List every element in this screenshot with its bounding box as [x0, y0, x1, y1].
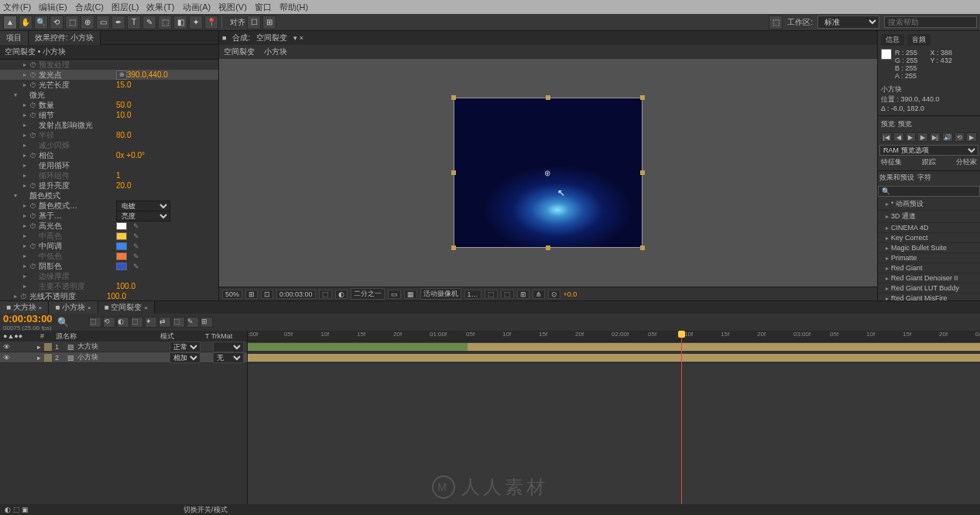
preview-sub3[interactable]: 分轻家 — [956, 157, 977, 167]
transform-handle[interactable] — [451, 95, 456, 100]
stopwatch-icon[interactable]: ⏱ — [29, 263, 39, 270]
effect-prop-row[interactable]: ▸边缘厚度 — [0, 271, 218, 281]
prop-value[interactable]: 100.0 — [116, 282, 135, 290]
menu-edit[interactable]: 编辑(E) — [39, 2, 67, 13]
effect-prop-row[interactable]: ▸减少闪烁 — [0, 140, 218, 150]
timeline-timecode[interactable]: 0:00:03:00 — [3, 313, 53, 324]
ram-preview-btn[interactable]: ▶ — [966, 132, 977, 142]
layer-name[interactable]: 小方块 — [77, 352, 166, 362]
resolution-select[interactable]: 二分之一 — [351, 288, 385, 300]
roto-tool[interactable]: ✦ — [189, 15, 203, 29]
selection-tool[interactable]: ▲ — [3, 15, 17, 29]
effect-prop-row[interactable]: ▸中低色✎ — [0, 251, 218, 261]
effect-prop-row[interactable]: ▸⏱半径80.0 — [0, 130, 218, 140]
effect-category[interactable]: 3D 通道 — [878, 211, 980, 223]
toggle-switches[interactable]: 切换开关/模式 — [183, 505, 228, 515]
menu-layer[interactable]: 图层(L) — [111, 2, 139, 13]
transform-handle[interactable] — [546, 245, 550, 250]
effect-prop-row[interactable]: ▸⏱光芒长度15.0 — [0, 80, 218, 90]
playhead[interactable] — [681, 331, 682, 515]
zoom-select[interactable]: 50% — [222, 290, 242, 299]
eyedropper-icon[interactable]: ✎ — [133, 263, 142, 270]
preview-sub1[interactable]: 特征集 — [881, 157, 902, 167]
blend-mode-select[interactable]: 相加 — [170, 352, 200, 363]
last-frame-btn[interactable]: ▶| — [930, 132, 941, 142]
expand-icon[interactable]: ▸ — [37, 343, 41, 351]
brainstorm-btn[interactable]: ⬚ — [501, 290, 514, 299]
effect-category[interactable]: CINEMA 4D — [878, 223, 980, 233]
pen-tool[interactable]: ✒ — [111, 15, 125, 29]
timeline-tab[interactable]: ■ 大方块 × — [0, 301, 49, 314]
effect-category[interactable]: Magic Bullet Suite — [878, 243, 980, 253]
viewer-guides-btn[interactable]: ⊡ — [261, 290, 273, 299]
timeline-tracks[interactable]: :00f05f10f15f20f01:00f05f10f15f20f02:00f… — [248, 331, 980, 515]
clone-tool[interactable]: ⬚ — [158, 15, 172, 29]
effect-prop-row[interactable]: ▸⏱光线不透明度100.0 — [0, 291, 218, 300]
effect-category[interactable]: Key Correct — [878, 233, 980, 243]
fast-preview-btn[interactable]: ⬚ — [485, 290, 498, 299]
timeline-tab[interactable]: ■ 小方块 × — [49, 301, 98, 314]
tl-btn-4[interactable]: ⬚ — [131, 317, 143, 328]
prop-value[interactable]: 0x +0.0° — [116, 151, 145, 160]
effects-presets-tab[interactable]: 效果和预设 — [879, 173, 914, 183]
comp-subtab-1[interactable]: 空间裂变 — [224, 46, 255, 57]
timeline-tab[interactable]: ■ 空间裂变 × — [98, 301, 155, 314]
menu-view[interactable]: 视图(V) — [218, 2, 247, 13]
transform-handle[interactable] — [640, 245, 645, 250]
tl-btn-7[interactable]: ⬚ — [173, 317, 185, 328]
next-frame-btn[interactable]: ▶ — [917, 132, 928, 142]
transform-handle[interactable] — [546, 95, 550, 100]
play-btn[interactable]: ▶ — [906, 132, 917, 142]
effect-category[interactable]: Red Giant LUT Buddy — [878, 283, 980, 294]
layer-color[interactable] — [44, 343, 52, 351]
roi-btn[interactable]: ▭ — [388, 290, 401, 299]
tl-btn-3[interactable]: ◐ — [117, 317, 129, 328]
menu-animation[interactable]: 动画(A) — [183, 2, 211, 13]
stopwatch-icon[interactable]: ⏱ — [29, 212, 39, 220]
ram-preview-select[interactable]: RAM 预览选项 — [879, 145, 978, 156]
snap-toggle[interactable]: ☐ — [247, 15, 261, 29]
composition-viewport[interactable]: ⊕ ↖ — [219, 59, 877, 287]
prop-value[interactable]: 390.0,440.0 — [127, 70, 168, 79]
stopwatch-icon[interactable]: ⏱ — [29, 152, 39, 160]
preview-tab-2[interactable]: 预览 — [898, 119, 912, 129]
menu-help[interactable]: 帮助(H) — [279, 2, 308, 13]
eyedropper-icon[interactable]: ✎ — [133, 222, 142, 230]
stopwatch-icon[interactable]: ⏱ — [29, 182, 39, 190]
stopwatch-icon[interactable]: ⏱ — [29, 81, 39, 89]
effect-prop-row[interactable]: ▸发射点影响微光 — [0, 120, 218, 130]
preview-sub2[interactable]: 跟踪 — [922, 157, 936, 167]
status-left[interactable]: ◐ ⬚ ▣ — [5, 506, 29, 513]
timeline-layer-row[interactable]: 👁▸2▧小方块相加无 — [0, 352, 247, 363]
prop-select[interactable]: 电镀 — [116, 201, 170, 211]
crosshair-icon[interactable]: ⊕ — [116, 70, 127, 80]
anchor-point-icon[interactable]: ⊕ — [544, 169, 552, 177]
tl-btn-2[interactable]: ⟲ — [103, 317, 115, 328]
effect-prop-row[interactable]: ▾微光 — [0, 90, 218, 100]
blend-mode-select[interactable]: 正常 — [170, 342, 200, 352]
effect-prop-row[interactable]: ▸⏱中间调✎ — [0, 241, 218, 251]
channel-btn[interactable]: ◐ — [335, 290, 348, 299]
comp-subtab-2[interactable]: 小方块 — [264, 46, 287, 57]
eyedropper-icon[interactable]: ✎ — [133, 252, 142, 260]
prop-value[interactable]: 15.0 — [116, 81, 131, 89]
stopwatch-icon[interactable]: ⏱ — [29, 71, 39, 79]
effect-prop-row[interactable]: ▸⏱颜色模式…电镀 — [0, 201, 218, 211]
visibility-icon[interactable]: 👁 — [3, 354, 12, 362]
prop-value[interactable]: 10.0 — [116, 111, 131, 119]
tl-btn-8[interactable]: ✎ — [187, 317, 199, 328]
brush-tool[interactable]: ✎ — [142, 15, 156, 29]
timeline-btn[interactable]: ⊞ — [517, 290, 529, 299]
rotate-tool[interactable]: ⟲ — [50, 15, 63, 29]
info-tab[interactable]: 信息 — [881, 34, 904, 46]
eyedropper-icon[interactable]: ✎ — [133, 232, 142, 240]
workspace-select[interactable]: 标准 — [817, 15, 879, 29]
prev-frame-btn[interactable]: ◀ — [893, 132, 904, 142]
exposure-value[interactable]: +0.0 — [564, 290, 577, 298]
reset-exposure-btn[interactable]: ⊙ — [548, 290, 560, 299]
prop-value[interactable]: 100.0 — [107, 292, 126, 300]
layer-bar[interactable] — [248, 343, 980, 351]
effect-category[interactable]: * 动画预设 — [878, 198, 980, 211]
text-tool[interactable]: T — [127, 15, 141, 29]
color-swatch[interactable] — [116, 263, 127, 270]
